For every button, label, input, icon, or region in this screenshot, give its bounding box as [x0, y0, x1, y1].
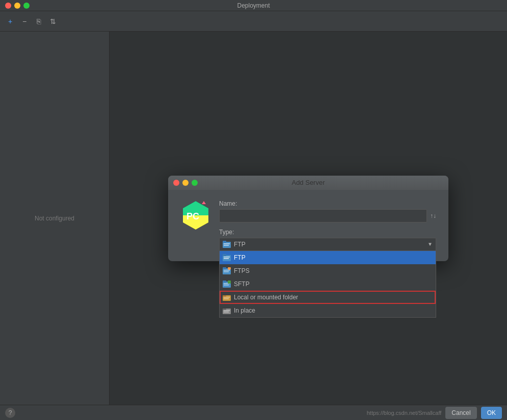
name-input-row: ↑↓ — [219, 209, 436, 222]
ftps-icon — [223, 267, 231, 275]
remove-server-button[interactable]: − — [18, 15, 31, 27]
close-button[interactable] — [5, 3, 11, 9]
dropdown-list: FTP — [219, 251, 436, 318]
sftp-label: SFTP — [234, 281, 250, 288]
dropdown-selected[interactable]: FTP ▼ — [219, 238, 436, 251]
sort-icon: ↑↓ — [430, 212, 436, 219]
dropdown-item-local[interactable]: Local or mounted folder — [220, 291, 436, 304]
svg-rect-8 — [224, 245, 229, 246]
ok-button[interactable]: OK — [481, 407, 502, 419]
svg-marker-4 — [202, 201, 206, 204]
window-controls — [5, 3, 30, 9]
ftps-label: FTPS — [234, 267, 250, 274]
inplace-label: In place — [234, 307, 255, 314]
add-server-button[interactable]: + — [4, 15, 16, 27]
minimize-button[interactable] — [14, 3, 20, 9]
dropdown-item-sftp[interactable]: SFTP — [220, 277, 436, 291]
svg-rect-21 — [224, 285, 229, 286]
svg-rect-11 — [224, 257, 230, 258]
type-label: Type: — [219, 229, 436, 236]
dropdown-arrow-icon: ▼ — [428, 241, 433, 247]
content-area: Add Server PC — [110, 32, 507, 405]
svg-rect-22 — [228, 281, 231, 284]
dialog-titlebar: Add Server — [168, 176, 448, 190]
sidebar: Not configured — [0, 32, 110, 405]
name-label: Name: — [219, 200, 436, 207]
svg-rect-7 — [224, 243, 230, 244]
add-server-dialog: Add Server PC — [168, 176, 448, 261]
main-content: Not configured Add Server — [0, 32, 507, 405]
svg-rect-6 — [223, 241, 226, 243]
svg-rect-14 — [223, 267, 226, 269]
title-bar: Deployment — [0, 0, 507, 11]
dialog-maximize-button[interactable] — [192, 180, 198, 186]
name-input[interactable] — [219, 209, 427, 222]
svg-rect-30 — [224, 312, 229, 313]
help-icon: ? — [9, 409, 12, 416]
form-area: Name: ↑↓ Type: — [219, 200, 436, 251]
selected-icon — [223, 240, 231, 248]
dialog-close-button[interactable] — [173, 180, 179, 186]
local-folder-icon — [223, 293, 231, 301]
svg-rect-12 — [224, 258, 229, 259]
toolbar: + − ⎘ ⇅ — [0, 11, 507, 32]
svg-rect-26 — [224, 298, 229, 299]
dropdown-item-ftps[interactable]: FTPS — [220, 264, 436, 277]
bottom-right-area: https://blog.csdn.net/Smallcaff Cancel O… — [367, 407, 502, 419]
copy-server-button[interactable]: ⎘ — [33, 15, 45, 27]
bottom-bar: ? https://blog.csdn.net/Smallcaff Cancel… — [0, 405, 507, 420]
dropdown-item-inplace[interactable]: In place — [220, 304, 436, 317]
svg-rect-15 — [224, 270, 230, 271]
dialog-title: Add Server — [291, 179, 325, 186]
svg-rect-24 — [223, 295, 226, 297]
svg-rect-19 — [223, 281, 226, 283]
dialog-window-controls — [173, 180, 198, 186]
ftp-label: FTP — [234, 254, 246, 261]
svg-rect-28 — [223, 309, 226, 310]
maximize-button[interactable] — [23, 3, 30, 9]
ftp-icon — [223, 254, 231, 262]
not-configured-label: Not configured — [35, 215, 74, 222]
svg-rect-25 — [224, 297, 230, 298]
dropdown-selected-left: FTP — [223, 240, 246, 248]
svg-text:PC: PC — [186, 211, 199, 221]
sftp-icon — [223, 280, 231, 288]
modal-overlay: Add Server PC — [110, 32, 507, 405]
svg-rect-29 — [224, 310, 230, 311]
move-server-button[interactable]: ⇅ — [47, 15, 59, 27]
dropdown-selected-text: FTP — [234, 241, 246, 248]
svg-rect-16 — [224, 271, 229, 272]
window-title: Deployment — [237, 2, 270, 9]
inplace-icon — [223, 306, 231, 315]
svg-rect-10 — [223, 254, 226, 256]
type-dropdown[interactable]: FTP ▼ — [219, 238, 436, 251]
dialog-body: PC Name: ↑↓ Type: — [168, 190, 448, 261]
local-folder-label: Local or mounted folder — [234, 294, 298, 301]
url-text: https://blog.csdn.net/Smallcaff — [367, 410, 442, 416]
dropdown-item-ftp[interactable]: FTP — [220, 251, 436, 264]
dialog-minimize-button[interactable] — [182, 180, 189, 186]
cancel-button[interactable]: Cancel — [445, 407, 476, 419]
pycharm-logo: PC — [180, 200, 211, 231]
help-button[interactable]: ? — [5, 408, 15, 418]
